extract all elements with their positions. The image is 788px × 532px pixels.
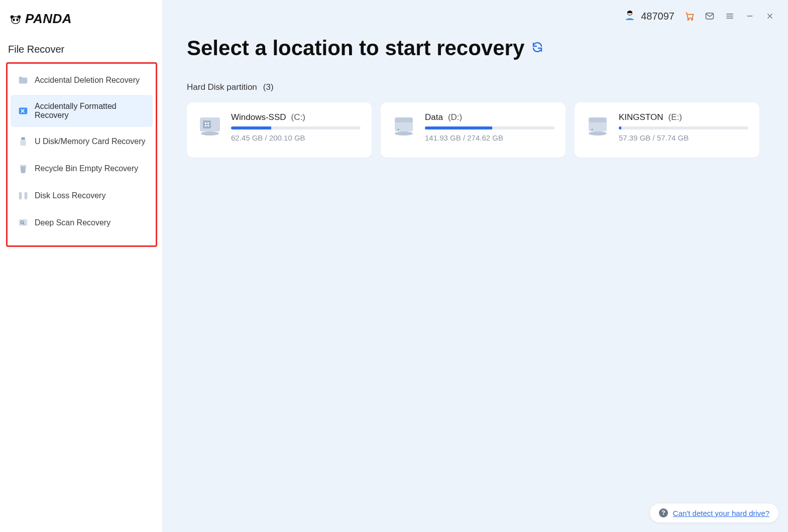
svg-rect-8 [20,165,27,167]
drive-name: KINGSTON [619,112,663,122]
drive-name: Windows-SSD [231,112,286,122]
sidebar-item-label: Accidental Deletion Recovery [35,76,140,85]
drive-card-list: Windows-SSD(C:)62.45 GB / 200.10 GBData(… [187,92,764,158]
folder-icon [18,75,29,86]
sidebar-item-label: U Disk/Memory Card Recovery [35,137,145,146]
app-logo: PANDA [0,7,162,37]
help-link[interactable]: Can't detect your hard drive? [673,509,769,517]
menu-icon[interactable] [725,11,735,21]
svg-rect-7 [21,140,26,146]
svg-rect-34 [395,117,413,122]
format-icon [18,105,29,116]
usage-bar [619,126,748,129]
drive-letter: (D:) [448,112,462,122]
svg-point-3 [13,18,15,21]
svg-rect-27 [203,120,211,128]
svg-point-4 [16,18,18,21]
annotation-highlight-box: Accidental Deletion Recovery Accidentall… [6,62,157,247]
refresh-icon[interactable] [531,41,543,55]
sidebar-item-formatted-recovery[interactable]: Accidentally Formatted Recovery [11,95,153,127]
drive-usage-text: 57.39 GB / 57.74 GB [619,134,748,142]
drive-icon [198,114,222,137]
drive-usage-text: 62.45 GB / 200.10 GB [231,134,361,142]
deepscan-icon [18,217,29,228]
diskloss-icon [18,190,29,201]
drive-icon [392,114,416,137]
account-block[interactable]: 487097 [624,9,674,23]
drive-usage-text: 141.93 GB / 274.62 GB [425,134,554,142]
svg-point-2 [12,17,20,24]
svg-rect-6 [21,138,25,140]
usage-bar [425,126,554,129]
usb-icon [18,136,29,147]
svg-point-36 [398,129,399,130]
cart-icon[interactable] [685,11,695,21]
svg-rect-31 [207,125,209,126]
mail-icon[interactable] [705,11,715,21]
sidebar-section-title: File Recover [0,37,162,60]
svg-rect-29 [207,122,209,124]
main-panel: 487097 Select a location to start recove… [163,0,788,532]
user-id: 487097 [641,11,674,22]
page-title-row: Select a location to start recovery [187,36,764,60]
sidebar-item-usb-recovery[interactable]: U Disk/Memory Card Recovery [11,129,153,154]
minimize-icon[interactable] [745,11,755,21]
svg-point-16 [688,19,689,20]
brand-text: PANDA [25,11,72,27]
topbar: 487097 [163,0,788,23]
sidebar-item-disk-loss[interactable]: Disk Loss Recovery [11,183,153,208]
drive-card[interactable]: KINGSTON(E:)57.39 GB / 57.74 GB [575,102,759,158]
svg-point-32 [201,131,219,136]
svg-rect-38 [589,117,607,122]
drive-name: Data [425,112,443,122]
drive-icon [586,114,610,137]
svg-rect-30 [205,125,206,126]
svg-rect-10 [25,192,28,200]
drive-card[interactable]: Windows-SSD(C:)62.45 GB / 200.10 GB [187,102,372,158]
sidebar: PANDA File Recover Accidental Deletion R… [0,0,163,532]
avatar-icon [624,9,636,23]
close-icon[interactable] [765,11,775,21]
sidebar-item-label: Deep Scan Recovery [35,218,110,227]
recovery-mode-list: Accidental Deletion Recovery Accidentall… [8,67,156,236]
page-title: Select a location to start recovery [187,36,524,60]
svg-point-35 [395,131,413,136]
help-icon: ? [659,508,668,517]
svg-point-17 [692,19,693,20]
usage-bar [231,126,361,129]
sidebar-item-label: Accidentally Formatted Recovery [35,102,146,120]
drive-letter: (C:) [291,112,305,122]
svg-rect-9 [19,192,22,200]
help-pill[interactable]: ? Can't detect your hard drive? [649,503,779,523]
partition-section-header: Hard Disk partition (3) [187,60,764,92]
drive-letter: (E:) [668,112,682,122]
sidebar-item-deep-scan[interactable]: Deep Scan Recovery [11,210,153,235]
svg-point-40 [592,129,593,130]
svg-point-39 [589,131,607,136]
partition-label: Hard Disk partition [187,82,257,92]
drive-card[interactable]: Data(D:)141.93 GB / 274.62 GB [381,102,566,158]
sidebar-item-accidental-deletion[interactable]: Accidental Deletion Recovery [11,68,153,93]
sidebar-item-label: Recycle Bin Empty Recovery [35,164,138,173]
sidebar-item-label: Disk Loss Recovery [35,191,105,200]
sidebar-item-recycle-bin[interactable]: Recycle Bin Empty Recovery [11,156,153,181]
panda-icon [10,14,21,25]
partition-count: (3) [263,82,274,92]
trash-icon [18,163,29,174]
svg-rect-28 [205,122,206,124]
